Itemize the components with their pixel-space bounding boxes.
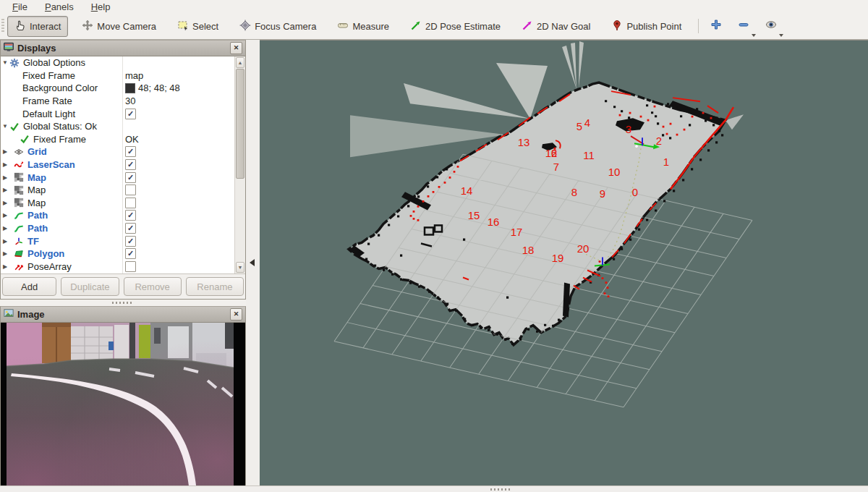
tree-row-polygon[interactable]: ▶Polygon✓ — [1, 247, 235, 260]
tool-2d-nav-goal[interactable]: 2D Nav Goal — [514, 16, 597, 37]
visibility-checkbox[interactable]: ✓ — [125, 146, 136, 157]
tree-row-laserscan[interactable]: ▶LaserScan✓ — [1, 158, 235, 171]
waypoint-label-8: 8 — [571, 186, 577, 198]
tree-row-map[interactable]: ▶Map✓ — [1, 171, 235, 184]
gear-icon — [9, 58, 21, 68]
tree-row-global-status-ok[interactable]: ▼Global Status: Ok — [1, 120, 235, 133]
property-value[interactable]: 30 — [125, 96, 135, 106]
publish-point-icon — [611, 20, 623, 33]
displays-panel-titlebar[interactable]: Displays ✕ — [1, 41, 245, 56]
toolbar-separator — [698, 19, 699, 33]
toolbar: InteractMove CameraSelectFocus CameraMea… — [0, 13, 868, 40]
scroll-up-icon[interactable]: ▲ — [236, 57, 244, 68]
menu-panels[interactable]: Panels — [37, 1, 82, 12]
visibility-checkbox[interactable]: ✓ — [125, 210, 136, 221]
tool-move-camera[interactable]: Move Camera — [75, 16, 163, 37]
waypoint-label-9: 9 — [600, 187, 605, 200]
horizontal-splitter[interactable] — [0, 300, 246, 306]
laserscan-icon — [14, 160, 25, 170]
tree-row-map[interactable]: ▶Map — [1, 197, 235, 210]
tool-publish-point[interactable]: Publish Point — [604, 16, 689, 37]
menu-file[interactable]: File — [4, 1, 35, 12]
expander-right-icon[interactable]: ▶ — [1, 238, 9, 245]
tree-row-grid[interactable]: ▶Grid✓ — [1, 145, 235, 158]
waypoint-label-15: 15 — [468, 209, 480, 221]
displays-panel: Displays ✕ ▼Global OptionsFixed Framemap… — [0, 40, 246, 300]
visibility-checkbox[interactable]: ✓ — [125, 236, 136, 247]
expander-down-icon[interactable]: ▼ — [1, 59, 9, 66]
menu-help[interactable]: Help — [83, 1, 119, 12]
tree-row-path[interactable]: ▶Path✓ — [1, 222, 235, 235]
tree-row-default-light[interactable]: Default Light✓ — [1, 107, 235, 120]
waypoint-label-13: 13 — [518, 136, 530, 148]
expander-right-icon[interactable]: ▶ — [1, 250, 9, 257]
tool-interact[interactable]: Interact — [7, 16, 68, 37]
scrollbar-thumb[interactable] — [236, 69, 244, 179]
zoom-in-button[interactable] — [706, 17, 726, 35]
visibility-checkbox[interactable]: ✓ — [125, 159, 136, 170]
visibility-checkbox[interactable] — [125, 198, 136, 208]
waypoint-label-5: 5 — [576, 120, 582, 132]
tool-2d-pose-estimate[interactable]: 2D Pose Estimate — [403, 16, 508, 37]
3d-viewport[interactable]: 01234567891011121314151617181920 — [260, 40, 868, 486]
expander-right-icon[interactable]: ▶ — [1, 148, 9, 155]
waypoint-label-14: 14 — [461, 184, 473, 197]
bottom-splitter[interactable] — [0, 485, 868, 492]
tree-row-global-options[interactable]: ▼Global Options — [1, 56, 235, 69]
image-panel-titlebar[interactable]: Image ✕ — [1, 307, 245, 323]
scroll-down-icon[interactable]: ▼ — [236, 262, 244, 273]
property-value[interactable]: 48; 48; 48 — [138, 82, 180, 93]
tool-select[interactable]: Select — [170, 16, 226, 37]
pose-estimate-icon — [410, 20, 422, 33]
tree-row-background-color[interactable]: Background Color48; 48; 48 — [1, 82, 235, 95]
property-value[interactable]: map — [125, 70, 143, 81]
tree-row-path[interactable]: ▶Path✓ — [1, 209, 235, 222]
tool-focus-camera[interactable]: Focus Camera — [232, 16, 323, 37]
expander-right-icon[interactable]: ▶ — [1, 174, 9, 181]
visibility-checkbox[interactable]: ✓ — [125, 172, 136, 183]
expander-right-icon[interactable]: ▶ — [1, 187, 9, 193]
waypoint-label-19: 19 — [552, 252, 564, 264]
tool-measure[interactable]: Measure — [330, 16, 396, 37]
display-buttons-row: AddDuplicateRemoveRename — [1, 273, 245, 299]
add-button[interactable]: Add — [2, 277, 56, 296]
expander-right-icon[interactable]: ▶ — [1, 263, 9, 270]
expander-down-icon[interactable]: ▼ — [1, 123, 9, 130]
property-value[interactable]: OK — [125, 134, 139, 145]
image-panel-title: Image — [17, 309, 45, 320]
waypoint-label-11: 11 — [583, 149, 595, 161]
status-ok-icon — [20, 134, 31, 144]
waypoint-label-0: 0 — [632, 186, 638, 198]
expander-right-icon[interactable]: ▶ — [1, 212, 9, 219]
displays-icon — [4, 42, 14, 54]
visibility-checkbox[interactable] — [125, 184, 136, 195]
close-icon[interactable]: ✕ — [230, 308, 242, 321]
expander-right-icon[interactable]: ▶ — [1, 225, 9, 232]
eye-button[interactable] — [761, 17, 781, 35]
vertical-splitter[interactable] — [246, 40, 260, 486]
measure-icon — [337, 20, 349, 33]
close-icon[interactable]: ✕ — [230, 42, 242, 54]
tree-row-fixed-frame[interactable]: Fixed Framemap — [1, 69, 235, 82]
collapse-panel-icon[interactable] — [250, 259, 255, 266]
tree-row-frame-rate[interactable]: Frame Rate30 — [1, 95, 235, 108]
visibility-checkbox[interactable]: ✓ — [125, 223, 136, 234]
image-panel: Image ✕ — [0, 306, 246, 492]
expander-right-icon[interactable]: ▶ — [1, 200, 9, 206]
visibility-checkbox[interactable] — [125, 261, 136, 272]
visibility-checkbox[interactable]: ✓ — [125, 248, 136, 259]
tree-row-fixed-frame[interactable]: Fixed FrameOK — [1, 133, 235, 146]
zoom-out-button[interactable] — [733, 17, 754, 35]
rename-button: Rename — [186, 277, 244, 296]
chevron-down-icon[interactable] — [779, 34, 783, 37]
visibility-checkbox[interactable]: ✓ — [125, 109, 136, 119]
expander-right-icon[interactable]: ▶ — [1, 161, 9, 168]
tree-scrollbar[interactable]: ▲ ▼ — [234, 56, 245, 273]
tf-icon — [14, 236, 25, 246]
chevron-down-icon[interactable] — [752, 34, 756, 37]
map-icon — [14, 185, 25, 195]
tree-row-map[interactable]: ▶Map — [1, 184, 235, 197]
waypoint-label-2: 2 — [656, 135, 662, 147]
tree-row-tf[interactable]: ▶TF✓ — [1, 234, 235, 247]
tree-row-posearray[interactable]: ▶PoseArray — [1, 260, 235, 273]
